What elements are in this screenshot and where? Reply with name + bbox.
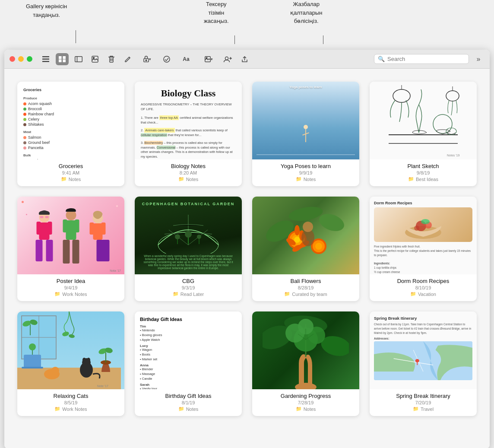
plant-sketch-svg: Notes '19 (380, 83, 466, 159)
note-card-poster[interactable]: Nota '17 Poster Idea 9/4/19 📁 Work Notes (17, 197, 124, 301)
share-button[interactable] (238, 53, 251, 65)
note-card-bali[interactable]: Bali Flowers 8/28/19 📁 Curated by team (252, 197, 359, 301)
note-card-spring[interactable]: Spring Break Itinerary Check out of Iber… (370, 311, 477, 416)
note-date-groceries: 9:41 AM (22, 170, 119, 175)
note-card-biology[interactable]: Biology Class AGGRESSIVE TRIGONOMETRY – … (135, 82, 242, 186)
folder-icon: 📁 (54, 291, 60, 297)
svg-rect-93 (22, 367, 43, 369)
svg-point-75 (315, 243, 322, 250)
check-annotation: Тексерутізімінжасаңыз. (204, 0, 229, 25)
svg-point-89 (62, 331, 70, 337)
note-info-cbg: CBG 9/3/19 📁 Read Later (135, 274, 242, 301)
note-card-groceries[interactable]: Groceries Produce Acorn squash Broccoli … (17, 82, 124, 186)
note-title-plant-sketch: Plant Sketch (375, 163, 472, 169)
gardening-svg (263, 311, 349, 389)
spring-text: Check out of Iberia by 11pm. Take train … (374, 322, 472, 335)
svg-point-31 (446, 91, 459, 101)
note-folder-cbg: 📁 Read Later (140, 291, 237, 297)
folder-icon: 📁 (284, 291, 290, 297)
note-date-yoga: 9/9/19 (257, 170, 354, 175)
maximize-button[interactable] (27, 56, 32, 62)
svg-rect-47 (75, 219, 79, 232)
note-preview-cats: Note '17 (17, 311, 124, 389)
food-svg (402, 209, 445, 241)
note-preview-biology: Biology Class AGGRESSIVE TRIGONOMETRY – … (135, 82, 242, 159)
grocery-item: Hazelnuts (23, 159, 118, 159)
note-folder-birthday: 📁 Notes (140, 406, 237, 412)
svg-point-27 (393, 89, 410, 102)
list-view-button[interactable] (39, 53, 52, 65)
grocery-item: Acorn squash (23, 102, 118, 106)
grocery-item: Shiitakes (23, 122, 118, 127)
svg-point-99 (53, 367, 55, 371)
bali-flowers-svg (263, 197, 349, 274)
search-box[interactable]: 🔍 (374, 54, 469, 64)
note-card-plant-sketch[interactable]: Notes '19 Plant Sketch 9/8/19 📁 Best Ide… (370, 82, 477, 186)
note-title-spring: Spring Break Itinerary (375, 393, 472, 399)
delete-button[interactable] (105, 53, 118, 65)
gallery-view-button[interactable] (56, 53, 69, 65)
font-button[interactable]: Aa (177, 53, 196, 65)
note-folder-bali: 📁 Curated by team (257, 291, 354, 297)
search-icon: 🔍 (378, 56, 385, 62)
note-card-birthday[interactable]: Birthday Gift Ideas Tim • Nintendo • Box… (135, 311, 242, 416)
note-card-gardening[interactable]: Gardening Progress 7/28/19 📁 Notes (252, 311, 359, 416)
sidebar-toggle-button[interactable] (72, 53, 85, 65)
annotations-area: Gallery көрінісінтандаңыз. Тексерутізімі… (0, 0, 494, 50)
folder-icon: 📁 (178, 176, 184, 182)
birthday-person-tim: Tim • Nintendo • Boxing gloves • Apple W… (140, 324, 237, 342)
svg-text:Note '17: Note '17 (97, 384, 108, 388)
svg-rect-2 (42, 61, 49, 62)
svg-rect-7 (75, 56, 82, 62)
cbg-text: When a wonderful early spring day I used… (135, 254, 242, 270)
note-preview-yoga: Yoga poses to learn (252, 82, 359, 159)
media-button[interactable]: ▾ (199, 53, 218, 65)
birthday-person-lucy: Lucy • Wagon • Boots • Marker set (140, 344, 237, 361)
dorm-title: Dorm Room Recipes (374, 201, 472, 205)
note-card-dorm[interactable]: Dorm Room Recipes (370, 197, 477, 301)
svg-rect-45 (73, 240, 79, 264)
share-annotation: Жазбаларқалталарынбөлісіңіз. (290, 0, 322, 25)
svg-point-82 (421, 219, 430, 224)
note-info-plant-sketch: Plant Sketch 9/8/19 📁 Best Ideas (370, 159, 477, 186)
note-date-plant-sketch: 9/8/19 (375, 170, 472, 175)
note-folder-spring: 📁 Travel (375, 406, 472, 412)
note-title-biology: Biology Notes (140, 163, 237, 169)
svg-rect-39 (48, 222, 52, 235)
folder-icon: 📁 (296, 406, 302, 412)
svg-rect-44 (63, 240, 70, 264)
expand-button[interactable]: » (472, 53, 484, 65)
note-card-yoga[interactable]: Yoga poses to learn (252, 82, 359, 186)
note-folder-dorm: 📁 Vacation (375, 291, 472, 297)
note-card-cats[interactable]: Note '17 Relaxing Cats 8/5/19 📁 Work Not… (17, 311, 124, 416)
note-folder-groceries: 📁 Notes (22, 176, 119, 182)
note-info-cats: Relaxing Cats 8/5/19 📁 Work Notes (17, 389, 124, 416)
lock-button[interactable]: ▾ (138, 53, 157, 65)
note-date-biology: 8:20 AM (140, 170, 237, 175)
share-folder-button[interactable] (222, 53, 234, 65)
minimize-button[interactable] (18, 56, 24, 62)
folder-icon: 📁 (54, 406, 60, 412)
new-note-button[interactable] (121, 53, 134, 65)
note-card-cbg[interactable]: COPENHAGEN BOTANICAL GARDEN (135, 197, 242, 301)
grocery-item: Celery (23, 117, 118, 121)
note-folder-cats: 📁 Work Notes (22, 406, 119, 412)
note-info-yoga: Yoga Poses to learn 9/9/19 📁 Notes (252, 159, 359, 186)
note-info-dorm: Dorm Room Recipes 8/10/19 📁 Vacation (370, 274, 477, 301)
attachment-button[interactable] (89, 53, 101, 65)
svg-point-112 (295, 383, 317, 389)
svg-point-55 (185, 231, 192, 238)
search-input[interactable] (387, 56, 465, 62)
checklist-button[interactable] (160, 53, 173, 65)
note-title-cats: Relaxing Cats (22, 393, 119, 399)
biology-subtitle: AGGRESSIVE TRIGONOMETRY – THE THEORY OVE… (141, 102, 236, 111)
close-button[interactable] (10, 56, 15, 62)
note-title-birthday: Birthday Gift Ideas (140, 393, 237, 399)
spring-title: Spring Break Itinerary (374, 316, 472, 321)
svg-point-102 (82, 358, 86, 362)
notes-window: ▾ Aa ▾ (4, 50, 490, 448)
folder-icon: 📁 (173, 291, 179, 297)
note-title-poster: Poster Idea (22, 278, 119, 284)
note-preview-spring: Spring Break Itinerary Check out of Iber… (370, 311, 477, 389)
svg-rect-38 (37, 222, 41, 235)
